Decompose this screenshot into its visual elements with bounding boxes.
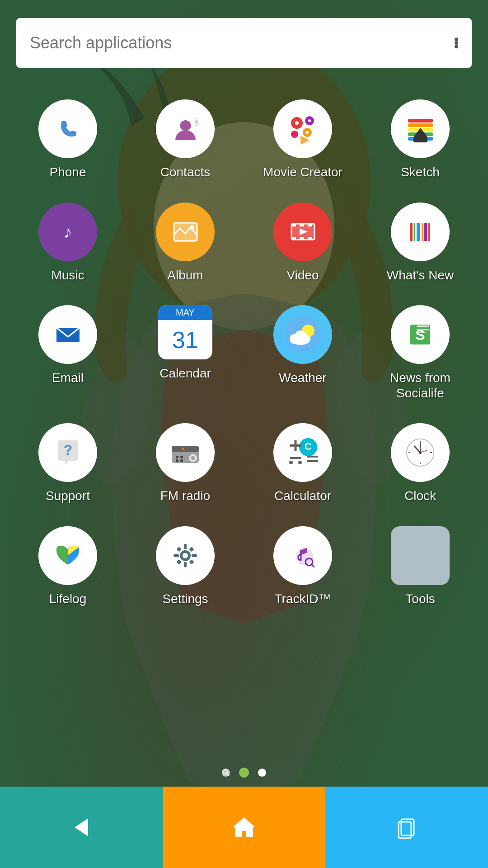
app-contacts[interactable]: Contacts	[127, 90, 244, 193]
svg-rect-44	[424, 223, 427, 241]
app-weather-label: Weather	[279, 370, 326, 386]
app-email-label: Email	[52, 370, 84, 386]
svg-point-52	[295, 330, 306, 342]
svg-point-14	[306, 131, 309, 134]
search-indicator-dot	[222, 769, 230, 777]
page-indicator	[0, 768, 488, 778]
svg-rect-56	[417, 326, 429, 327]
svg-point-94	[183, 553, 188, 558]
svg-point-6	[195, 120, 198, 124]
svg-point-11	[291, 131, 298, 138]
app-movie-creator-label: Movie Creator	[263, 165, 343, 180]
app-tools[interactable]: Tools	[361, 517, 479, 620]
svg-marker-110	[233, 817, 255, 837]
svg-rect-17	[408, 119, 433, 123]
svg-point-66	[182, 448, 184, 450]
recent-apps-button[interactable]	[325, 787, 488, 868]
svg-point-65	[191, 456, 195, 460]
svg-rect-97	[174, 554, 179, 557]
app-weather[interactable]: Weather	[244, 296, 361, 414]
svg-rect-80	[307, 460, 318, 462]
svg-marker-109	[75, 818, 88, 836]
app-movie-creator[interactable]: Movie Creator	[244, 90, 361, 193]
app-contacts-label: Contacts	[160, 165, 211, 180]
svg-rect-58	[417, 332, 426, 333]
app-video[interactable]: Video	[244, 193, 361, 297]
app-settings[interactable]: Settings	[127, 517, 244, 620]
svg-rect-63	[172, 446, 199, 452]
bottom-navigation	[0, 787, 488, 868]
app-tools-label: Tools	[405, 591, 435, 607]
app-lifelog[interactable]: Lifelog	[9, 517, 127, 620]
svg-point-70	[180, 459, 183, 462]
svg-point-68	[180, 456, 183, 458]
app-grid: Phone Contacts	[0, 77, 488, 620]
app-phone[interactable]: Phone	[9, 90, 127, 193]
app-support[interactable]: ? Support	[9, 414, 127, 517]
app-sketch[interactable]: Sketch	[361, 90, 479, 193]
svg-rect-95	[184, 544, 187, 549]
app-trackid-label: TrackID™	[275, 591, 331, 607]
app-calendar-label: Calendar	[160, 366, 211, 381]
app-album[interactable]: Album	[127, 193, 244, 297]
svg-rect-22	[413, 137, 427, 142]
app-clock[interactable]: Clock	[361, 414, 479, 517]
svg-rect-75	[295, 440, 297, 451]
svg-rect-36	[300, 237, 304, 240]
app-news-label: News from Socialife	[366, 370, 474, 401]
app-album-label: Album	[167, 268, 203, 283]
app-calculator[interactable]: C Calculator	[244, 414, 361, 517]
app-news-socialife[interactable]: S News from Socialife	[361, 296, 479, 414]
svg-point-90	[419, 451, 422, 454]
svg-rect-32	[291, 224, 296, 226]
calendar-month: MAY	[158, 305, 212, 320]
svg-rect-98	[192, 554, 197, 557]
search-input[interactable]	[30, 33, 455, 52]
svg-point-78	[298, 461, 302, 464]
home-button[interactable]	[163, 787, 325, 868]
app-support-label: Support	[46, 488, 90, 504]
app-phone-label: Phone	[50, 165, 86, 180]
android-indicator-dot	[239, 768, 249, 778]
svg-rect-57	[417, 329, 429, 330]
svg-rect-33	[300, 224, 304, 226]
calendar-day: 31	[158, 320, 212, 359]
app-whats-new[interactable]: What's New	[361, 193, 479, 297]
svg-point-69	[176, 459, 178, 462]
svg-text:?: ?	[63, 442, 72, 458]
app-sketch-label: Sketch	[401, 165, 440, 180]
svg-rect-43	[422, 223, 423, 241]
svg-rect-79	[307, 456, 318, 458]
svg-point-12	[295, 121, 299, 125]
svg-rect-37	[308, 237, 312, 240]
svg-rect-40	[410, 223, 413, 241]
calendar-icon: MAY 31	[158, 305, 212, 359]
more-options-button[interactable]	[455, 38, 458, 48]
svg-point-2	[51, 112, 85, 146]
app-email[interactable]: Email	[9, 296, 127, 414]
svg-rect-18	[408, 123, 433, 127]
search-bar[interactable]	[16, 18, 472, 68]
page-active-dot	[258, 769, 266, 777]
svg-point-107	[223, 769, 227, 774]
app-whats-new-label: What's New	[387, 268, 454, 283]
app-settings-label: Settings	[162, 591, 208, 607]
app-fm-radio[interactable]: FM radio	[127, 414, 244, 517]
svg-point-77	[289, 461, 293, 464]
back-button[interactable]	[0, 787, 163, 868]
app-fm-radio-label: FM radio	[160, 488, 210, 504]
app-video-label: Video	[286, 268, 319, 283]
svg-rect-76	[290, 457, 301, 459]
app-lifelog-label: Lifelog	[49, 591, 87, 607]
app-calculator-label: Calculator	[274, 488, 331, 504]
svg-point-28	[190, 225, 194, 230]
svg-rect-34	[308, 224, 312, 226]
app-calendar[interactable]: MAY 31 Calendar	[127, 296, 244, 414]
svg-point-67	[176, 456, 178, 458]
svg-rect-45	[428, 223, 430, 241]
svg-point-39	[404, 215, 437, 249]
svg-point-13	[308, 119, 311, 122]
app-trackid[interactable]: TrackID™	[244, 517, 361, 620]
app-music-label: Music	[51, 268, 84, 283]
app-music[interactable]: ♪ Music	[9, 193, 127, 297]
